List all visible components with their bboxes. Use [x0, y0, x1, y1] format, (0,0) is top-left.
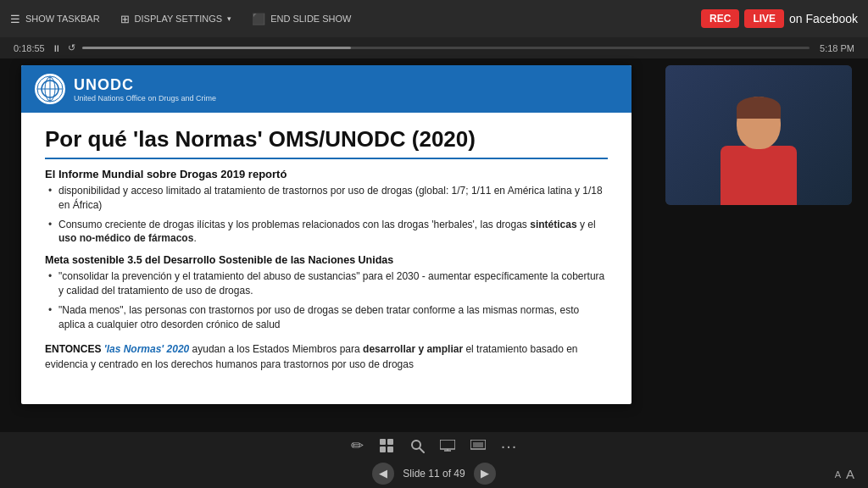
svg-rect-11	[440, 440, 455, 449]
unodc-subtitle: United Nations Office on Drugs and Crime	[74, 94, 216, 103]
bottom-toolbar: ✏	[0, 432, 868, 488]
svg-rect-7	[380, 446, 386, 452]
person-hair	[737, 97, 781, 119]
live-badge: LIVE	[744, 9, 784, 28]
meta-section-title: Meta sostenible 3.5 del Desarrollo Soste…	[45, 254, 608, 266]
monitor-icon[interactable]	[470, 440, 486, 452]
webcam-panel	[653, 58, 868, 488]
slide-header-bar: UNODC United Nations Office on Drugs and…	[21, 65, 632, 113]
unodc-text: UNODC United Nations Office on Drugs and…	[74, 76, 216, 103]
content-row: UNODC United Nations Office on Drugs and…	[0, 58, 868, 488]
entonces-label: ENTONCES	[45, 343, 101, 355]
end-slide-show-btn[interactable]: ⬛ END SLIDE SHOW	[252, 13, 351, 25]
next-slide-button[interactable]: ▶	[474, 463, 496, 485]
svg-line-10	[420, 448, 424, 452]
progress-fill	[82, 47, 352, 49]
unodc-logo	[35, 74, 65, 104]
svg-rect-5	[380, 439, 386, 445]
entonces-section: ENTONCES 'las Normas' 2020 ayudan a los …	[45, 341, 608, 372]
bullet-2-1: "consolidar la prevención y el tratamien…	[45, 269, 608, 298]
slide: UNODC United Nations Office on Drugs and…	[21, 65, 632, 404]
font-size-controls: A A	[835, 467, 854, 481]
bullets-list-2: "consolidar la prevención y el tratamien…	[45, 269, 608, 331]
slide-info: Slide 11 of 49	[403, 468, 465, 480]
slide-container: UNODC United Nations Office on Drugs and…	[0, 58, 653, 488]
refresh-icon[interactable]: ↺	[68, 42, 75, 53]
webcam-bg	[665, 65, 852, 205]
slide-progress-bar: 0:18:55 ⏸ ↺ 5:18 PM	[0, 37, 868, 58]
display-settings-btn[interactable]: ⊞ DISPLAY SETTINGS ▾	[120, 13, 232, 25]
bullet-1-1: disponibilidad y acceso limitado al trat…	[45, 184, 608, 213]
person-head	[737, 97, 781, 149]
pencil-icon[interactable]: ✏	[351, 436, 364, 455]
entonces-highlight: 'las Normas' 2020	[104, 343, 189, 355]
person-silhouette	[721, 97, 797, 205]
time-total: 5:18 PM	[820, 43, 854, 53]
top-toolbar: ☰ SHOW TASKBAR ⊞ DISPLAY SETTINGS ▾ ⬛ EN…	[0, 0, 868, 37]
svg-rect-6	[387, 439, 393, 445]
pause-icon[interactable]: ⏸	[52, 43, 61, 53]
slide-nav: ◀ Slide 11 of 49 ▶	[372, 463, 495, 485]
font-decrease-btn[interactable]: A	[835, 469, 841, 480]
screen-icon[interactable]	[440, 440, 455, 452]
svg-rect-15	[473, 442, 483, 447]
time-current: 0:18:55	[14, 43, 45, 53]
main-area: 0:18:55 ⏸ ↺ 5:18 PM	[0, 37, 868, 488]
font-increase-btn[interactable]: A	[846, 467, 854, 481]
svg-rect-8	[387, 446, 393, 452]
webcam-box	[665, 65, 852, 205]
bottom-icons: ✏	[351, 436, 518, 456]
progress-bar	[82, 47, 810, 49]
grid-icon[interactable]	[379, 438, 394, 453]
on-facebook-label: on Facebook	[789, 12, 858, 25]
bullet-1-2: Consumo creciente de drogas ilícitas y l…	[45, 218, 608, 247]
slide-body: Por qué 'las Normas' OMS/UNODC (2020) El…	[21, 113, 632, 385]
prev-slide-button[interactable]: ◀	[372, 463, 394, 485]
report-section-title: El Informe Mundial sobre Drogas 2019 rep…	[45, 168, 608, 180]
bullet-2-2: "Nada menos", las personas con trastorno…	[45, 303, 608, 332]
search-icon[interactable]	[409, 438, 425, 453]
person-body	[721, 146, 797, 205]
slide-title: Por qué 'las Normas' OMS/UNODC (2020)	[45, 126, 608, 159]
show-taskbar-btn[interactable]: ☰ SHOW TASKBAR	[10, 13, 100, 25]
unodc-name: UNODC	[74, 76, 216, 94]
rec-badge: REC	[701, 9, 739, 28]
more-icon[interactable]: ···	[501, 436, 518, 456]
bullets-list-1: disponibilidad y acceso limitado al trat…	[45, 184, 608, 246]
